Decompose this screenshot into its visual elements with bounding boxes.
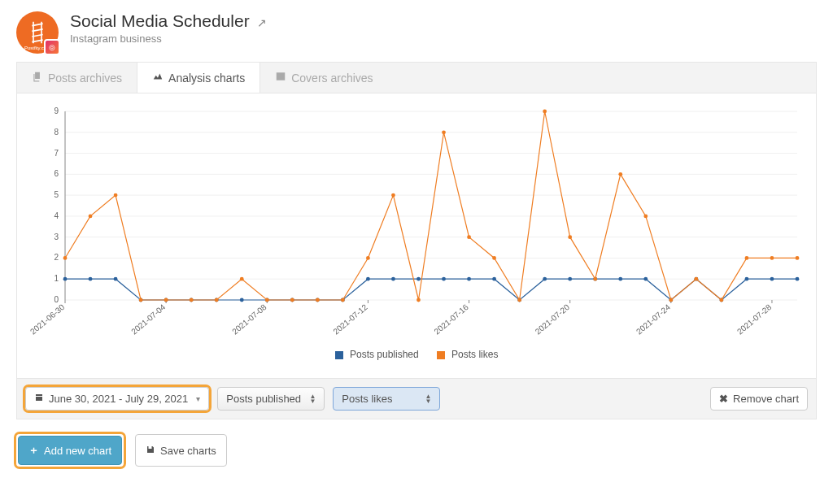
tab-posts-archives[interactable]: Posts archives: [17, 63, 137, 93]
save-icon: [146, 445, 155, 457]
svg-point-81: [265, 298, 269, 302]
button-label: Add new chart: [44, 445, 111, 457]
svg-point-60: [492, 277, 496, 281]
select-value: Posts likes: [342, 393, 392, 405]
chart-panel: 01234567892021-06-302021-07-042021-07-08…: [16, 93, 817, 379]
svg-point-102: [796, 256, 800, 260]
svg-point-85: [366, 256, 370, 260]
svg-text:1: 1: [54, 274, 59, 283]
close-icon: ✖: [719, 393, 728, 405]
svg-point-87: [416, 298, 421, 302]
metric-b-select[interactable]: Posts likes ▲▼: [333, 387, 440, 411]
instagram-badge-icon: ◎: [44, 39, 60, 55]
tab-covers-archives[interactable]: Covers archives: [260, 63, 387, 93]
plus-icon: ＋: [28, 443, 39, 458]
svg-point-65: [618, 277, 622, 281]
external-link-icon[interactable]: ↗: [257, 16, 267, 29]
svg-point-84: [341, 298, 345, 302]
copy-icon: [32, 71, 43, 85]
svg-point-99: [719, 298, 723, 302]
svg-point-63: [568, 277, 572, 281]
svg-point-43: [63, 277, 68, 281]
image-icon: [275, 71, 286, 85]
svg-point-58: [442, 277, 446, 281]
svg-point-88: [442, 130, 446, 134]
svg-point-44: [89, 277, 93, 281]
svg-point-59: [467, 277, 471, 281]
select-value: Posts published: [226, 393, 301, 405]
button-label: Save charts: [160, 445, 216, 457]
tab-label: Covers archives: [291, 72, 373, 85]
add-new-chart-button[interactable]: ＋ Add new chart: [18, 436, 122, 465]
svg-point-90: [492, 256, 496, 260]
svg-text:2021-07-28: 2021-07-28: [735, 302, 774, 337]
save-charts-button[interactable]: Save charts: [135, 434, 227, 467]
date-range-text: June 30, 2021 - July 29, 2021: [49, 393, 188, 405]
svg-text:2021-07-08: 2021-07-08: [230, 302, 268, 337]
svg-point-78: [190, 298, 194, 302]
svg-point-50: [240, 298, 244, 302]
svg-point-82: [290, 298, 294, 302]
svg-text:4: 4: [54, 211, 59, 220]
updown-stepper-icon: ▲▼: [309, 394, 316, 404]
tab-analysis-charts[interactable]: Analysis charts: [137, 63, 260, 93]
svg-point-55: [366, 277, 370, 281]
date-range-picker[interactable]: June 30, 2021 - July 29, 2021 ▾: [25, 387, 209, 411]
chart-legend: Posts published Posts likes: [26, 349, 807, 360]
updown-stepper-icon: ▲▼: [425, 394, 431, 404]
svg-point-95: [618, 172, 622, 176]
svg-point-98: [694, 277, 698, 281]
svg-point-57: [416, 277, 421, 281]
svg-text:6: 6: [54, 169, 59, 178]
svg-text:8: 8: [54, 128, 59, 137]
legend-swatch: [335, 351, 343, 359]
svg-text:5: 5: [54, 190, 59, 199]
svg-text:2021-06-30: 2021-06-30: [28, 302, 67, 337]
svg-point-101: [770, 256, 774, 260]
app-logo: Postfity.com ◎: [16, 11, 59, 54]
page-title: Social Media Scheduler ↗: [70, 11, 267, 31]
analysis-chart: 01234567892021-06-302021-07-042021-07-08…: [26, 103, 807, 347]
svg-text:3: 3: [54, 232, 59, 241]
svg-point-97: [669, 298, 673, 302]
svg-point-72: [796, 277, 800, 281]
svg-point-74: [89, 214, 93, 218]
svg-point-62: [543, 277, 547, 281]
calendar-icon: [34, 393, 44, 405]
svg-point-89: [467, 235, 471, 239]
legend-item-posts-published: Posts published: [335, 349, 419, 360]
svg-point-92: [543, 110, 547, 114]
metric-a-select[interactable]: Posts published ▲▼: [217, 387, 325, 411]
svg-point-56: [391, 277, 395, 281]
tab-label: Posts archives: [48, 72, 122, 85]
svg-point-75: [114, 193, 118, 198]
legend-swatch: [437, 351, 445, 359]
svg-point-70: [745, 277, 749, 281]
svg-text:0: 0: [54, 295, 59, 304]
svg-point-94: [593, 277, 597, 281]
caret-down-icon: ▾: [196, 394, 200, 403]
svg-text:2021-07-12: 2021-07-12: [331, 302, 369, 337]
remove-chart-button[interactable]: ✖ Remove chart: [710, 387, 808, 411]
button-label: Remove chart: [733, 393, 799, 405]
page-subtitle: Instagram business: [70, 33, 267, 45]
tab-label: Analysis charts: [168, 72, 245, 85]
area-chart-icon: [152, 71, 164, 85]
svg-text:2021-07-24: 2021-07-24: [635, 302, 673, 337]
svg-text:2: 2: [54, 253, 59, 262]
svg-point-79: [215, 298, 219, 302]
svg-point-100: [745, 256, 749, 260]
svg-text:2021-07-16: 2021-07-16: [433, 302, 471, 337]
legend-label: Posts published: [350, 349, 419, 360]
svg-point-86: [391, 193, 395, 198]
svg-point-77: [164, 298, 168, 302]
svg-point-83: [316, 298, 320, 302]
svg-text:7: 7: [54, 149, 59, 158]
chart-controls-bar: June 30, 2021 - July 29, 2021 ▾ Posts pu…: [16, 379, 817, 419]
svg-point-73: [63, 256, 68, 260]
legend-item-posts-likes: Posts likes: [437, 349, 499, 360]
svg-point-80: [240, 277, 244, 281]
svg-point-71: [770, 277, 774, 281]
svg-text:9: 9: [54, 106, 59, 115]
svg-point-91: [517, 298, 521, 302]
